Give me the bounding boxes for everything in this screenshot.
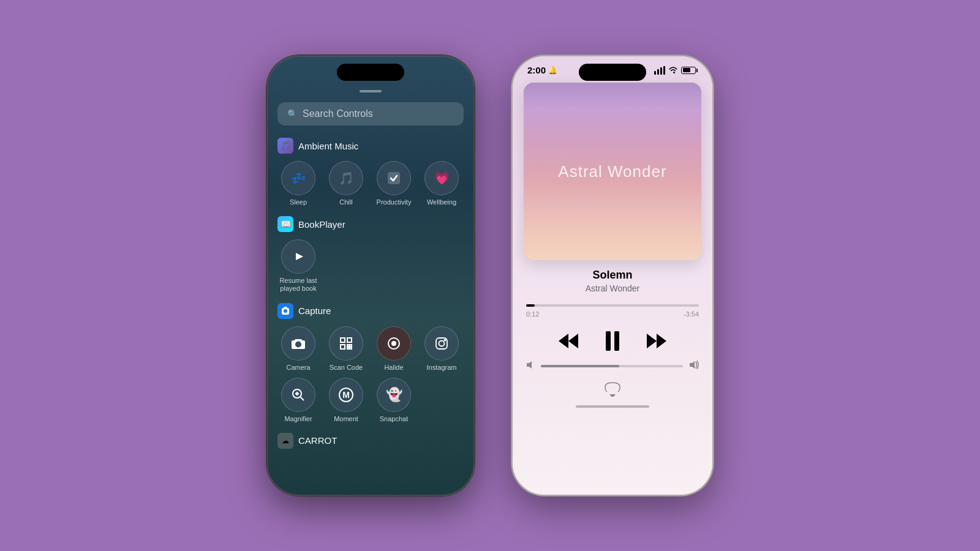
moment-icon: M bbox=[329, 378, 363, 412]
camera-icon bbox=[281, 326, 315, 361]
power-button[interactable] bbox=[473, 136, 475, 176]
section-carrot: ☁ CARROT bbox=[277, 433, 464, 449]
alarm-icon: 🔔 bbox=[548, 66, 557, 75]
forward-button[interactable] bbox=[646, 332, 668, 350]
list-item[interactable]: Halide bbox=[373, 326, 415, 372]
scancode-icon bbox=[329, 326, 363, 361]
svg-marker-24 bbox=[568, 334, 578, 348]
carrot-section-icon: ☁ bbox=[277, 433, 293, 449]
volume-bar[interactable] bbox=[541, 365, 683, 367]
drag-handle bbox=[360, 90, 382, 92]
pause-button[interactable] bbox=[604, 330, 621, 352]
progress-times: 0:12 -3:54 bbox=[526, 310, 699, 318]
list-item[interactable]: 👻 Snapchat bbox=[373, 378, 415, 423]
search-placeholder: Search Controls bbox=[303, 108, 373, 119]
svg-rect-4 bbox=[347, 345, 349, 347]
airplay-section[interactable] bbox=[513, 381, 712, 403]
progress-fill bbox=[526, 304, 535, 307]
bookplayer-icons-grid: Resume last played book bbox=[277, 239, 464, 293]
svg-rect-1 bbox=[341, 338, 345, 342]
list-item[interactable]: Camera bbox=[277, 326, 319, 372]
productivity-label: Productivity bbox=[377, 198, 412, 206]
power-button-2[interactable] bbox=[712, 136, 714, 176]
ambient-icons-grid: 💤 Sleep 🎵 Chill bbox=[277, 161, 464, 206]
progress-section[interactable]: 0:12 -3:54 bbox=[513, 299, 712, 320]
status-icons bbox=[654, 66, 698, 75]
svg-point-12 bbox=[445, 339, 446, 340]
list-item[interactable]: M Moment bbox=[325, 378, 367, 423]
magnifier-icon bbox=[281, 378, 315, 412]
svg-point-9 bbox=[391, 341, 396, 346]
chill-label: Chill bbox=[339, 198, 352, 206]
wellbeing-icon: 💗 bbox=[424, 161, 459, 195]
list-item[interactable]: Instagram bbox=[421, 326, 462, 372]
remaining-time: -3:54 bbox=[684, 310, 699, 318]
svg-rect-22 bbox=[663, 66, 665, 75]
list-item[interactable]: Scan Code bbox=[325, 326, 367, 372]
list-item[interactable]: 🎵 Chill bbox=[325, 161, 367, 206]
volume-low-icon bbox=[526, 361, 535, 371]
section-ambient: 🎵 Ambient Music 💤 Sleep 🎵 Chill bbox=[277, 138, 464, 206]
status-time: 2:00 bbox=[527, 65, 546, 75]
svg-rect-0 bbox=[388, 172, 400, 184]
search-icon: 🔍 bbox=[287, 109, 298, 119]
wellbeing-label: Wellbeing bbox=[427, 198, 456, 206]
chill-icon: 🎵 bbox=[329, 161, 363, 195]
magnifier-label: Magnifier bbox=[284, 415, 312, 423]
svg-marker-30 bbox=[690, 361, 695, 369]
list-item[interactable]: 💤 Sleep bbox=[277, 161, 319, 206]
carrot-header: ☁ CARROT bbox=[277, 433, 464, 449]
svg-point-11 bbox=[439, 340, 445, 346]
list-item[interactable]: Productivity bbox=[373, 161, 415, 206]
list-item[interactable]: 💗 Wellbeing bbox=[421, 161, 462, 206]
song-title: Solemn bbox=[525, 269, 700, 282]
snapchat-label: Snapchat bbox=[380, 415, 408, 423]
rewind-button[interactable] bbox=[557, 332, 579, 350]
svg-line-14 bbox=[300, 397, 304, 400]
ambient-header: 🎵 Ambient Music bbox=[277, 138, 464, 154]
moment-label: Moment bbox=[334, 415, 358, 423]
svg-rect-6 bbox=[347, 347, 349, 349]
sleep-label: Sleep bbox=[290, 198, 307, 206]
svg-rect-26 bbox=[614, 331, 619, 351]
svg-marker-29 bbox=[527, 361, 532, 369]
song-info: Solemn Astral Wonder bbox=[513, 269, 712, 299]
wifi-icon bbox=[668, 66, 678, 75]
ambient-icon: 🎵 bbox=[277, 138, 293, 154]
list-item[interactable]: Resume last played book bbox=[277, 239, 319, 293]
list-item[interactable]: Magnifier bbox=[277, 378, 319, 423]
home-indicator bbox=[576, 405, 649, 408]
carrot-title: CARROT bbox=[298, 435, 337, 446]
svg-rect-20 bbox=[657, 69, 659, 75]
progress-bar[interactable] bbox=[526, 304, 699, 307]
svg-text:M: M bbox=[342, 390, 350, 400]
svg-rect-21 bbox=[660, 67, 662, 75]
phone-1: 🔍 Search Controls 🎵 Ambient Music 💤 Slee… bbox=[266, 55, 475, 496]
capture-section-icon bbox=[277, 303, 293, 319]
playback-controls bbox=[513, 320, 712, 361]
volume-high-icon bbox=[689, 361, 699, 371]
phones-container: 🔍 Search Controls 🎵 Ambient Music 💤 Slee… bbox=[266, 55, 714, 496]
halide-label: Halide bbox=[384, 364, 403, 372]
productivity-icon bbox=[377, 161, 411, 195]
svg-marker-23 bbox=[559, 334, 568, 348]
dynamic-island-2 bbox=[579, 64, 646, 81]
phone-2: 2:00 🔔 bbox=[511, 55, 714, 496]
home-indicator-container bbox=[513, 403, 712, 413]
control-center-screen: 🔍 Search Controls 🎵 Ambient Music 💤 Slee… bbox=[268, 56, 473, 495]
scancode-label: Scan Code bbox=[330, 364, 363, 372]
volume-section[interactable] bbox=[513, 361, 712, 381]
svg-rect-2 bbox=[347, 338, 352, 342]
dynamic-island bbox=[337, 64, 404, 81]
search-controls-bar[interactable]: 🔍 Search Controls bbox=[277, 102, 464, 126]
album-gradient: Astral Wonder bbox=[524, 83, 701, 260]
bookplayer-section-icon: 📖 bbox=[277, 216, 293, 232]
volume-fill bbox=[541, 365, 619, 367]
svg-marker-27 bbox=[647, 334, 657, 348]
battery-indicator bbox=[681, 67, 698, 74]
music-player-screen: 2:00 🔔 bbox=[513, 56, 712, 495]
ambient-title: Ambient Music bbox=[298, 141, 358, 151]
instagram-label: Instagram bbox=[427, 364, 457, 372]
capture-icons-grid: Camera bbox=[277, 326, 464, 423]
bookplayer-header: 📖 BookPlayer bbox=[277, 216, 464, 232]
